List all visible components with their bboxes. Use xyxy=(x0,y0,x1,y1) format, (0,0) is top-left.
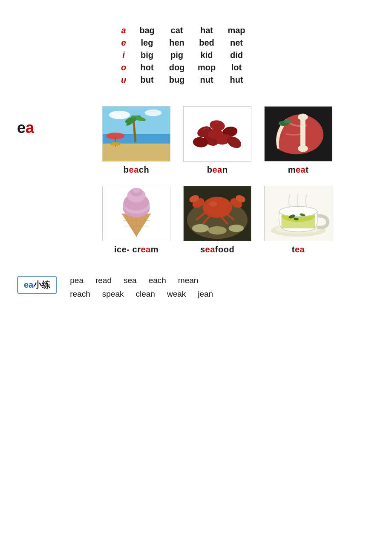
svg-rect-4 xyxy=(103,144,170,161)
phonics-row-e: e leg hen bed net xyxy=(115,38,277,48)
ea-box-ea: ea xyxy=(24,280,33,289)
image-item-seafood: seafood xyxy=(183,186,251,254)
bean-image xyxy=(183,106,251,162)
phonics-row-a: a bag cat hat map xyxy=(115,26,277,35)
svg-point-26 xyxy=(298,114,308,121)
word-hot: hot xyxy=(132,63,162,72)
image-item-beach: beach xyxy=(102,106,170,175)
word-big: big xyxy=(132,50,162,60)
svg-point-1 xyxy=(109,111,130,119)
ea-practice-box: ea小练 xyxy=(17,276,57,294)
tea-word: tea xyxy=(292,245,305,254)
icecream-image xyxy=(102,186,170,241)
svg-point-27 xyxy=(298,145,308,152)
word-did: did xyxy=(222,50,251,60)
word-map: map xyxy=(222,26,251,35)
icecream-word: ice- cream xyxy=(114,245,159,254)
ea-label: ea xyxy=(17,119,102,137)
ea-section: ea xyxy=(17,106,375,259)
beach-word: beach xyxy=(124,165,149,175)
word-mean: mean xyxy=(178,276,199,285)
word-weak: weak xyxy=(167,289,186,299)
word-kid: kid xyxy=(192,50,222,60)
phonics-row-i: i big pig kid did xyxy=(115,50,277,60)
seafood-image xyxy=(183,186,251,241)
word-pea: pea xyxy=(70,276,84,285)
practice-words: pea read sea each mean reach speak clean… xyxy=(70,276,213,299)
vowel-a: a xyxy=(115,26,132,35)
word-nut: nut xyxy=(192,75,222,85)
vowel-u: u xyxy=(115,75,132,85)
svg-point-59 xyxy=(209,201,217,206)
word-dog: dog xyxy=(162,63,192,72)
word-net: net xyxy=(222,38,251,48)
vowel-i: i xyxy=(115,50,132,60)
word-hut: hut xyxy=(222,75,251,85)
practice-line-1: pea read sea each mean xyxy=(70,276,213,285)
word-mop: mop xyxy=(192,63,222,72)
svg-rect-12 xyxy=(112,142,119,144)
image-item-icecream: ice- cream xyxy=(102,186,170,254)
svg-rect-64 xyxy=(282,216,315,228)
word-jean: jean xyxy=(198,289,213,299)
ea-practice-section: ea小练 pea read sea each mean reach speak … xyxy=(17,276,375,299)
word-leg: leg xyxy=(132,38,162,48)
image-item-bean: bean xyxy=(183,106,251,175)
svg-point-2 xyxy=(145,110,162,116)
svg-rect-25 xyxy=(300,117,306,149)
image-item-tea: tea xyxy=(264,186,332,254)
phonics-row-o: o hot dog mop lot xyxy=(115,63,277,72)
word-cat: cat xyxy=(162,26,192,35)
word-pig: pig xyxy=(162,50,192,60)
word-each: each xyxy=(149,276,166,285)
svg-point-56 xyxy=(192,224,209,233)
phonics-row-u: u but bug nut hut xyxy=(115,75,277,85)
word-bed: bed xyxy=(192,38,222,48)
word-lot: lot xyxy=(222,63,251,72)
word-hen: hen xyxy=(162,38,192,48)
word-bug: bug xyxy=(162,75,192,85)
word-hat: hat xyxy=(192,26,222,35)
word-bag: bag xyxy=(132,26,162,35)
word-reach: reach xyxy=(70,289,90,299)
meat-word: meat xyxy=(288,165,309,175)
bean-word: bean xyxy=(207,165,228,175)
phonics-table: a bag cat hat map e leg hen bed net i bi… xyxy=(115,26,277,85)
word-clean: clean xyxy=(135,289,155,299)
word-sea: sea xyxy=(124,276,137,285)
word-but: but xyxy=(132,75,162,85)
meat-image xyxy=(264,106,332,162)
svg-point-57 xyxy=(208,226,226,235)
svg-point-65 xyxy=(280,206,317,217)
svg-point-58 xyxy=(229,225,244,232)
word-read: read xyxy=(95,276,112,285)
practice-line-2: reach speak clean weak jean xyxy=(70,289,213,299)
vowel-e: e xyxy=(115,38,132,48)
beach-image xyxy=(102,106,170,162)
ea-box-text: 小练 xyxy=(33,280,50,289)
image-item-meat: meat xyxy=(264,106,332,175)
word-speak: speak xyxy=(102,289,124,299)
tea-image xyxy=(264,186,332,241)
svg-point-44 xyxy=(133,188,140,193)
vowel-o: o xyxy=(115,63,132,72)
seafood-word: seafood xyxy=(200,245,234,254)
svg-point-29 xyxy=(283,119,292,123)
